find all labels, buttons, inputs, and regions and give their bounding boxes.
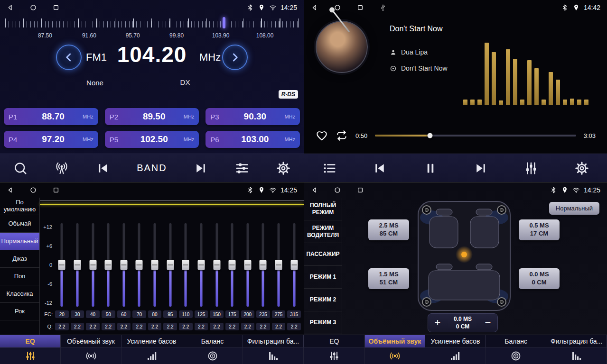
q-value[interactable]: 2.2 [117,323,131,330]
slider-handle[interactable] [120,260,127,270]
fc-value[interactable]: 50 [102,310,115,318]
eq-band-slider[interactable] [116,223,132,307]
equalizer-icon[interactable] [235,161,249,175]
q-value[interactable]: 2.2 [163,323,177,330]
slider-handle[interactable] [229,260,236,270]
eq-preset-item[interactable]: Рок [0,303,39,320]
home-icon[interactable] [29,4,37,11]
q-value[interactable]: 2.2 [179,323,193,330]
pause-icon[interactable] [423,161,438,175]
fc-value[interactable]: 175 [225,310,239,318]
slider-handle[interactable] [58,260,65,270]
balance-icon[interactable] [182,348,243,364]
eq-band-slider[interactable] [70,223,85,307]
tab-surround[interactable]: Объёмный звук [61,335,121,347]
slider-handle[interactable] [244,260,251,270]
eq-band-slider[interactable] [131,223,147,307]
q-value[interactable]: 2.2 [210,323,224,330]
fc-value[interactable]: 150 [210,310,224,318]
tab-bass-boost[interactable]: Усиление басов [425,335,486,347]
listening-mode-item[interactable]: ПАССАЖИР [304,243,342,266]
tab-filter[interactable]: Фильтрация ба... [546,335,607,347]
favorite-heart-icon[interactable] [316,129,328,142]
back-icon[interactable] [7,186,14,194]
fc-value[interactable]: 70 [132,310,146,318]
previous-icon[interactable] [373,161,387,175]
delay-front-left[interactable]: 2.5 MS 85 CM [368,219,409,240]
fc-value[interactable]: 125 [195,310,208,318]
q-value[interactable]: 2.2 [148,323,162,330]
decrease-delay-button[interactable]: − [478,318,497,328]
filter-icon[interactable] [546,348,607,364]
radio-preset-p1[interactable]: P188.70MHz [4,108,98,125]
slider-handle[interactable] [213,260,220,270]
delay-rear-left[interactable]: 1.5 MS 51 CM [368,268,409,289]
delay-front-right[interactable]: 0.5 MS 17 CM [519,219,560,240]
eq-preset-item[interactable]: По умолчанию [0,198,39,215]
back-icon[interactable] [7,4,14,11]
recents-icon[interactable] [356,4,364,11]
back-icon[interactable] [311,4,318,11]
slider-handle[interactable] [260,260,267,270]
increase-delay-button[interactable]: + [428,318,447,328]
broadcast-icon[interactable] [55,161,69,175]
tab-eq[interactable]: EQ [0,335,61,347]
q-value[interactable]: 2.2 [195,323,208,330]
listening-mode-item[interactable]: РЕЖИМ ВОДИТЕЛЯ [304,220,342,243]
fc-value[interactable]: 60 [117,310,131,318]
slider-handle[interactable] [197,260,205,270]
eq-icon[interactable] [0,348,61,364]
bass-boost-icon[interactable] [121,348,182,364]
repeat-icon[interactable] [336,129,348,142]
slider-handle[interactable] [275,260,282,270]
frequency-scale[interactable]: 87.50 91.60 95.70 99.80 103.90 108.00 [5,17,299,39]
eq-preset-item[interactable]: Джаз [0,250,39,268]
progress-bar[interactable] [375,135,576,136]
settings-gear-icon[interactable] [575,161,589,175]
recents-icon[interactable] [52,4,60,11]
home-icon[interactable] [334,4,341,11]
tab-balance[interactable]: Баланс [182,335,243,347]
q-value[interactable]: 2.2 [132,323,146,330]
q-value[interactable]: 2.2 [272,323,286,330]
filter-icon[interactable] [243,348,304,364]
radio-preset-p6[interactable]: P6103.00MHz [205,131,300,148]
slider-handle[interactable] [167,260,174,270]
eq-band-slider[interactable] [224,223,240,307]
q-value[interactable]: 2.2 [256,323,270,330]
fc-value[interactable]: 80 [148,310,162,318]
eq-band-slider[interactable] [255,223,271,307]
eq-preset-item[interactable]: Поп [0,268,39,285]
fc-value[interactable]: 40 [86,310,100,318]
fc-value[interactable]: 95 [163,310,177,318]
eq-band-slider[interactable] [178,223,194,307]
eq-band-slider[interactable] [85,223,101,307]
eq-preset-item[interactable]: Нормальный [0,233,39,250]
equalizer-icon[interactable] [524,161,538,175]
slider-handle[interactable] [89,260,96,270]
scan-icon[interactable] [13,161,28,175]
fc-value[interactable]: 235 [256,310,270,318]
eq-band-slider[interactable] [209,223,224,307]
radio-preset-p3[interactable]: P390.30MHz [205,108,300,125]
q-value[interactable]: 2.2 [86,323,100,330]
eq-band-slider[interactable] [271,223,287,307]
eq-band-slider[interactable] [147,223,163,307]
bass-boost-icon[interactable] [425,348,486,364]
eq-icon[interactable] [304,348,365,364]
album-art[interactable] [316,21,368,73]
tune-up-button[interactable] [222,45,248,70]
slider-handle[interactable] [151,260,159,270]
eq-band-slider[interactable] [194,223,209,307]
eq-band-slider[interactable] [240,223,256,307]
settings-gear-icon[interactable] [276,161,290,175]
radio-preset-p4[interactable]: P497.20MHz [4,131,98,148]
fc-value[interactable]: 30 [71,310,84,318]
delay-rear-right[interactable]: 0.0 MS 0 CM [519,268,560,289]
q-value[interactable]: 2.2 [102,323,115,330]
q-value[interactable]: 2.2 [71,323,84,330]
fc-value[interactable]: 20 [55,310,69,318]
q-value[interactable]: 2.2 [225,323,239,330]
next-icon[interactable] [474,161,488,175]
home-icon[interactable] [334,186,341,194]
